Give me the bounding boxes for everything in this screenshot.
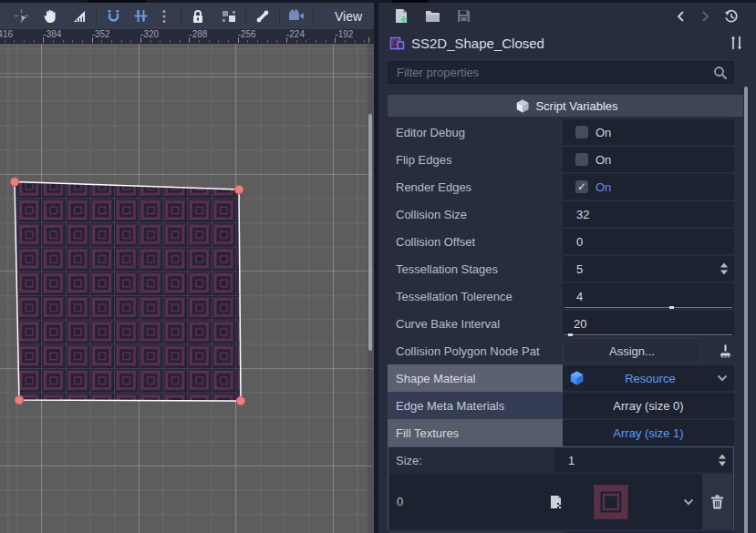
spinner-arrows[interactable] (719, 455, 726, 466)
history-forward-icon[interactable] (694, 5, 718, 27)
prop-flip-edges: Flip Edges On (388, 146, 734, 173)
prop-shape-material: Shape Material Resource (388, 364, 734, 392)
fill-textures-array[interactable]: Array (size 1) (563, 420, 734, 446)
slider-track[interactable] (564, 334, 732, 335)
chevron-down-icon[interactable] (683, 498, 694, 506)
array-label: Array (size 0) (563, 399, 734, 413)
prop-label: Collision Polygon Node Pat (388, 337, 563, 364)
tessellation-tolerence-slider[interactable]: 4 (563, 283, 734, 309)
select-tool-icon[interactable] (9, 5, 33, 27)
collision-offset-input[interactable]: 0 (563, 229, 734, 254)
prop-edge-meta-materials: Edge Meta Materials Array (size 0) (388, 392, 734, 419)
ruler-label: -256 (238, 29, 256, 39)
ruler-label: -288 (189, 29, 207, 39)
texture-preview[interactable] (589, 480, 633, 524)
prop-label: Fill Textures (388, 419, 563, 446)
lock-icon[interactable] (186, 5, 210, 27)
clear-brush-icon[interactable] (719, 344, 732, 358)
value-text: 0 (563, 235, 583, 249)
canvas-vertical-scrollbar[interactable] (368, 44, 374, 533)
edge-meta-materials-array[interactable]: Array (size 0) (563, 393, 734, 418)
inspector-scrollbar[interactable] (743, 87, 749, 533)
prop-label: Flip Edges (388, 146, 563, 173)
value-text: 32 (563, 208, 589, 221)
delete-item-button[interactable] (702, 474, 732, 529)
ruler-tool-icon[interactable] (67, 5, 91, 27)
filter-properties-input[interactable] (388, 62, 733, 83)
prop-collision-size: Collision Size 32 (388, 200, 734, 228)
snap-grid-icon[interactable] (129, 5, 152, 27)
flip-edges-checkbox[interactable] (575, 153, 588, 166)
snap-magnet-icon[interactable] (101, 5, 125, 27)
script-cube-icon (516, 99, 529, 113)
prop-label: Collision Offset (388, 228, 563, 255)
history-icon[interactable] (720, 5, 743, 27)
viewport-canvas[interactable] (0, 44, 374, 533)
shape-drawing (0, 44, 374, 533)
shape-material-resource[interactable]: Resource (563, 365, 734, 391)
search-icon (713, 66, 728, 80)
assign-button[interactable]: Assign... (563, 338, 701, 364)
toolbar-separator (245, 8, 246, 25)
prop-label: Curve Bake Interval (388, 310, 563, 337)
resource-cube-icon (570, 371, 584, 385)
slider-track[interactable] (564, 307, 732, 308)
checkbox-label: On (595, 153, 611, 167)
prop-label: Editor Debug (388, 118, 563, 146)
history-back-icon[interactable] (668, 5, 692, 27)
value-text: 1 (555, 454, 575, 467)
toolbar-separator (181, 8, 181, 25)
open-folder-icon[interactable] (420, 5, 444, 27)
prop-label: Tessellation Stages (388, 255, 563, 282)
trash-icon (710, 495, 724, 509)
render-edges-checkbox[interactable]: ✓ (575, 180, 588, 193)
save-icon[interactable] (451, 5, 475, 27)
value-text: 20 (563, 317, 586, 331)
collision-size-input[interactable]: 32 (563, 201, 734, 227)
inspector-scrollbar-handle[interactable] (744, 87, 748, 533)
array-item-row: 0 (389, 474, 732, 529)
toolbar-separator (279, 8, 280, 25)
view-menu[interactable]: View (327, 7, 369, 26)
array-size-row: Size: 1 (388, 447, 733, 473)
prop-tessellation-stages: Tessellation Stages 5 (388, 255, 734, 282)
ruler-label: -416 (0, 29, 13, 39)
inspector-nav (668, 5, 743, 27)
checkbox-label: On (595, 126, 611, 139)
checkbox-label: On (595, 180, 611, 194)
ruler-label: -192 (335, 29, 353, 39)
prop-render-edges: Render Edges ✓ On (388, 173, 734, 200)
property-rows: Editor Debug On Flip Edges On Render Edg… (388, 117, 734, 446)
section-script-variables[interactable]: Script Variables (388, 95, 747, 117)
inspector-panel: SS2D_Shape_Closed Script Va (378, 3, 756, 533)
resource-title: SS2D_Shape_Closed (411, 36, 730, 51)
pan-tool-icon[interactable] (38, 5, 62, 27)
new-resource-icon[interactable] (389, 5, 413, 27)
camera-icon[interactable] (285, 5, 308, 27)
prop-collision-polygon-node-path: Collision Polygon Node Pat Assign... (388, 337, 734, 364)
value-text: 5 (563, 262, 583, 276)
group-icon[interactable] (217, 5, 241, 27)
prop-label: Edge Meta Materials (388, 392, 563, 419)
overflow-dots-icon[interactable] (152, 5, 176, 27)
chevron-down-icon[interactable] (717, 374, 728, 382)
fill-textures-array-panel: Size: 1 0 (388, 446, 734, 529)
horizontal-ruler: -416-384-352-320-288-256-224-192 (0, 29, 374, 44)
editor-debug-checkbox[interactable] (575, 126, 588, 138)
prop-label: Tessellation Tolerence (388, 282, 563, 310)
bone-icon[interactable] (251, 5, 274, 27)
canvas-scrollbar-handle[interactable] (368, 114, 372, 351)
ruler-label: -384 (43, 29, 61, 39)
prop-collision-offset: Collision Offset 0 (388, 228, 734, 255)
curve-bake-interval-slider[interactable]: 20 (563, 311, 734, 336)
edit-resource-icon[interactable] (549, 495, 564, 509)
tessellation-stages-input[interactable]: 5 (563, 256, 734, 282)
spinner-arrows[interactable] (720, 263, 728, 275)
slider-grabber[interactable] (568, 333, 573, 336)
extra-tools-icon[interactable] (730, 36, 743, 50)
array-size-input[interactable]: 1 (555, 448, 732, 472)
filter-row (378, 56, 756, 89)
shape-node-icon (389, 36, 405, 51)
resource-label: Resource (584, 372, 717, 385)
slider-grabber[interactable] (669, 306, 674, 309)
